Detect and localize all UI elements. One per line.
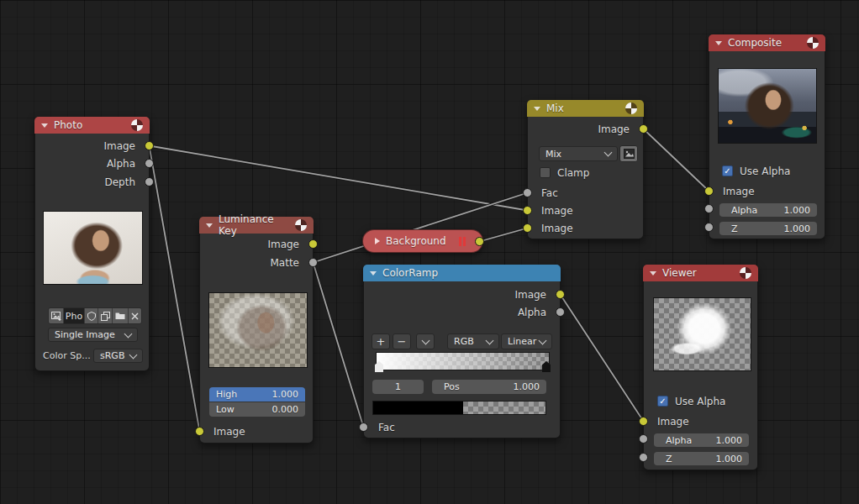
node-luminance-key-header[interactable]: Luminance Key: [199, 217, 314, 234]
blend-mode-value: Mix: [545, 149, 561, 160]
node-photo-header[interactable]: Photo: [34, 117, 150, 134]
alpha-label: Alpha: [666, 435, 692, 446]
ramp-options-button[interactable]: [416, 333, 435, 349]
node-link[interactable]: [150, 146, 528, 211]
chevron-down-icon: [486, 336, 494, 344]
remove-stop-button[interactable]: −: [393, 333, 411, 349]
background-output-socket[interactable]: [475, 237, 484, 246]
collapse-arrow-icon[interactable]: [206, 223, 213, 228]
lumkey-image-input-socket[interactable]: [195, 427, 204, 436]
composite-z-input-socket[interactable]: [704, 223, 714, 232]
position-label: Pos: [444, 381, 460, 392]
image-icon: [624, 149, 635, 159]
collapse-arrow-icon[interactable]: [41, 123, 48, 128]
colorramp-alpha-output-socket[interactable]: [556, 307, 565, 317]
use-alpha-checkbox[interactable]: [722, 165, 733, 176]
image-browse-button[interactable]: [49, 308, 64, 323]
photo-image-output-socket[interactable]: [145, 141, 154, 150]
stop-color-swatch[interactable]: [372, 401, 546, 415]
expand-arrow-icon[interactable]: [375, 238, 380, 244]
clamp-checkbox[interactable]: [540, 167, 551, 178]
image-icon: [51, 311, 61, 321]
mute-indicator-icon: [459, 237, 466, 246]
chevron-down-icon: [124, 329, 133, 338]
blend-mode-dropdown[interactable]: Mix: [539, 146, 618, 161]
lumkey-matte-output-socket[interactable]: [308, 258, 318, 267]
node-link[interactable]: [561, 295, 644, 422]
high-slider[interactable]: High 1.000: [209, 387, 305, 402]
viewer-image-input-socket[interactable]: [639, 417, 648, 426]
node-viewer-header[interactable]: Viewer: [643, 265, 758, 281]
position-slider[interactable]: Pos 1.000: [432, 380, 546, 394]
node-link[interactable]: [480, 228, 528, 242]
colorramp-fac-input-socket[interactable]: [359, 423, 368, 432]
node-title: Composite: [728, 37, 782, 49]
ramp-stop-handle-0[interactable]: [375, 361, 383, 372]
ramp-stop-handle-1[interactable]: [542, 361, 551, 372]
viewer-alpha-input-socket[interactable]: [639, 434, 648, 444]
node-colorramp: ColorRamp Image Alpha + − RGB Linear 1 P…: [363, 265, 561, 438]
chevron-down-icon: [129, 350, 138, 359]
image-source-value: Single Image: [55, 329, 115, 340]
interpolation-value: Linear: [508, 336, 536, 347]
photo-depth-output-socket[interactable]: [145, 177, 154, 186]
viewer-preview-thumbnail: [653, 297, 751, 371]
image-name-field[interactable]: Pho: [64, 308, 85, 323]
fake-user-button[interactable]: [85, 308, 98, 323]
node-link[interactable]: [150, 146, 200, 432]
node-editor-background[interactable]: Photo Image Alpha Depth Pho: [0, 0, 859, 504]
node-composite-header[interactable]: Composite: [709, 34, 825, 51]
mix-image2-input-socket[interactable]: [523, 223, 532, 233]
image-datablock-row: Pho: [48, 307, 142, 324]
node-colorramp-header[interactable]: ColorRamp: [363, 265, 561, 281]
mix-image-output-socket[interactable]: [639, 124, 648, 134]
mix-fac-input-socket[interactable]: [523, 188, 532, 197]
preview-sphere-icon: [807, 37, 819, 49]
image-source-dropdown[interactable]: Single Image: [48, 328, 138, 342]
color-ramp-gradient[interactable]: [376, 352, 550, 370]
z-field[interactable]: Z 1.000: [719, 222, 817, 235]
preview-sphere-icon: [740, 267, 751, 279]
photo-alpha-output-socket[interactable]: [145, 159, 154, 168]
unlink-image-button[interactable]: [129, 308, 141, 323]
use-alpha-label: Use Alpha: [675, 396, 725, 407]
color-mode-dropdown[interactable]: RGB: [447, 333, 499, 349]
interpolation-dropdown[interactable]: Linear: [501, 333, 552, 349]
output-label: Depth: [104, 176, 135, 188]
collapse-arrow-icon[interactable]: [370, 271, 377, 276]
position-value: 1.000: [514, 381, 540, 392]
color-space-dropdown[interactable]: sRGB: [93, 349, 143, 363]
composite-alpha-input-socket[interactable]: [704, 204, 714, 213]
mix-image1-input-socket[interactable]: [523, 206, 532, 215]
node-background[interactable]: Background: [362, 229, 483, 253]
viewer-z-input-socket[interactable]: [639, 453, 648, 462]
use-alpha-checkbox[interactable]: [657, 396, 668, 407]
collapse-arrow-icon[interactable]: [650, 271, 656, 276]
low-slider[interactable]: Low 0.000: [209, 402, 305, 417]
luminance-key-preview-thumbnail: [208, 292, 308, 368]
chevron-down-icon: [539, 336, 547, 344]
colorramp-image-output-socket[interactable]: [556, 290, 565, 299]
composite-image-input-socket[interactable]: [704, 186, 714, 196]
node-mix-header[interactable]: Mix: [527, 100, 644, 117]
chevron-down-icon: [421, 336, 430, 344]
node-luminance-key: Luminance Key Image Matte High 1.000 Low…: [199, 217, 314, 444]
open-image-button[interactable]: [113, 308, 129, 323]
output-label: Matte: [271, 257, 300, 269]
new-image-button[interactable]: [98, 308, 113, 323]
use-alpha-toggle-button[interactable]: [619, 145, 638, 162]
lumkey-image-output-socket[interactable]: [308, 239, 318, 249]
node-link[interactable]: [314, 263, 364, 428]
z-field[interactable]: Z 1.000: [654, 452, 749, 465]
collapse-arrow-icon[interactable]: [715, 41, 722, 45]
alpha-field[interactable]: Alpha 1.000: [654, 433, 749, 447]
z-value: 1.000: [716, 454, 743, 465]
z-label: Z: [666, 454, 672, 465]
node-link[interactable]: [644, 129, 709, 192]
active-stop-index-field[interactable]: 1: [372, 380, 424, 394]
preview-sphere-icon: [131, 119, 143, 131]
alpha-field[interactable]: Alpha 1.000: [719, 203, 817, 217]
add-stop-button[interactable]: +: [372, 333, 390, 349]
node-composite: Composite Use Alpha Image Alpha 1.000 Z …: [709, 34, 825, 239]
collapse-arrow-icon[interactable]: [534, 107, 540, 111]
